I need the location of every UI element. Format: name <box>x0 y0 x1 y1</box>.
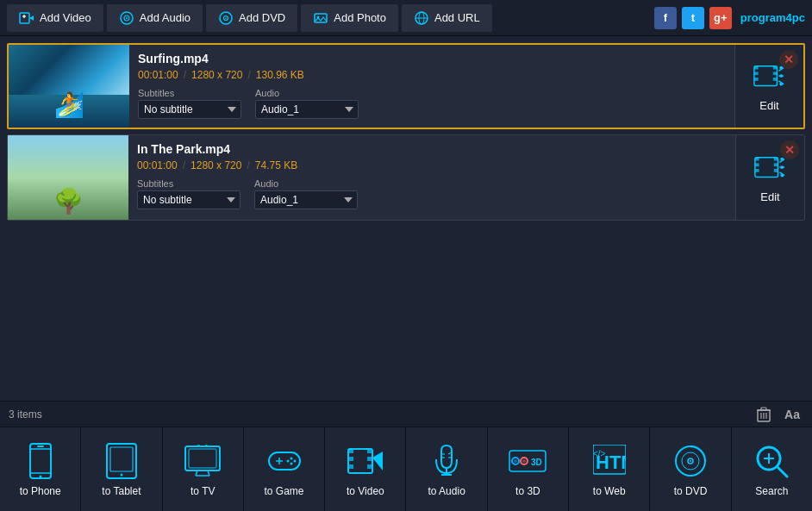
svg-rect-31 <box>754 169 759 172</box>
video-info-surf: Surfing.mp4 00:01:00 / 1280 x 720 / 130.… <box>129 45 734 128</box>
svg-rect-68 <box>348 449 353 453</box>
svg-point-93 <box>690 460 691 462</box>
dock-label-game: to Game <box>265 485 304 497</box>
dvd-icon <box>671 442 709 480</box>
add-audio-button[interactable]: Add Audio <box>107 4 203 32</box>
subtitle-select-surf[interactable]: No subtitle <box>138 100 241 119</box>
add-url-icon <box>414 10 429 26</box>
googleplus-icon[interactable]: g+ <box>709 7 732 29</box>
svg-point-65 <box>290 462 292 464</box>
video-info-park: In The Park.mp4 00:01:00 / 1280 x 720 / … <box>128 135 735 220</box>
add-video-icon <box>19 10 34 26</box>
dock-item-dvd[interactable]: to DVD <box>650 427 731 511</box>
film-icon-park <box>753 153 788 187</box>
add-dvd-button[interactable]: Add DVD <box>206 4 297 32</box>
svg-rect-20 <box>772 72 777 75</box>
video-icon <box>347 442 384 480</box>
subtitle-label-park: Subtitles <box>137 178 240 189</box>
dock-label-tablet: to Tablet <box>102 485 141 497</box>
dock-item-tv[interactable]: to TV <box>163 427 244 511</box>
font-size-button[interactable]: Aa <box>781 406 803 423</box>
facebook-icon[interactable]: f <box>654 7 677 29</box>
svg-rect-73 <box>367 464 372 469</box>
video-item-park: ✕ In The Park.mp4 00:01:00 / 1280 x 720 … <box>7 134 805 221</box>
svg-rect-29 <box>754 157 759 160</box>
main-content: ✕ Surfing.mp4 00:01:00 / 1280 x 720 / 13… <box>0 36 812 401</box>
add-photo-button[interactable]: Add Photo <box>301 4 398 32</box>
svg-point-40 <box>780 173 784 177</box>
subtitle-select-park[interactable]: No subtitle <box>137 190 240 209</box>
dock-item-video[interactable]: to Video <box>325 427 406 511</box>
svg-point-50 <box>39 475 41 477</box>
dock-item-audio[interactable]: to Audio <box>406 427 487 511</box>
svg-rect-53 <box>110 447 133 471</box>
svg-point-38 <box>780 157 784 160</box>
svg-text:</>: </> <box>593 449 606 458</box>
audio-select-park[interactable]: Audio_1 <box>254 190 358 209</box>
filename-surf: Surfing.mp4 <box>138 52 726 65</box>
svg-rect-32 <box>773 157 778 160</box>
subtitle-label-surf: Subtitles <box>138 88 241 98</box>
svg-rect-33 <box>773 163 778 166</box>
add-url-label: Add URL <box>434 11 480 24</box>
subtitle-group-park: Subtitles No subtitle <box>137 178 240 209</box>
dock-item-web[interactable]: HTML </> to Web <box>569 427 650 511</box>
audio-group-surf: Audio Audio_1 <box>255 88 359 119</box>
svg-rect-55 <box>185 446 220 470</box>
delete-button[interactable] <box>753 405 774 424</box>
svg-rect-52 <box>107 444 136 478</box>
svg-point-9 <box>225 17 227 19</box>
svg-point-26 <box>779 74 783 78</box>
svg-point-27 <box>779 82 783 85</box>
add-photo-icon <box>313 10 328 26</box>
svg-rect-16 <box>753 65 758 69</box>
dock-item-game[interactable]: to Game <box>244 427 325 511</box>
toolbar: Add Video Add Audio Add DVD <box>0 0 812 36</box>
controls-surf: Subtitles No subtitle Audio Audio_1 <box>138 88 726 119</box>
controls-park: Subtitles No subtitle Audio Audio_1 <box>137 178 727 209</box>
twitter-icon[interactable]: t <box>682 7 704 29</box>
dock-label-video: to Video <box>347 485 384 497</box>
tablet-icon <box>103 442 141 480</box>
size-park: 74.75 KB <box>255 159 297 171</box>
3d-icon: 3D <box>509 442 547 480</box>
web-icon: HTML </> <box>590 442 628 480</box>
add-dvd-icon <box>218 10 234 26</box>
svg-point-39 <box>780 165 784 169</box>
svg-point-83 <box>514 459 517 463</box>
svg-rect-51 <box>37 446 44 447</box>
status-bar: 3 items Aa <box>0 401 812 427</box>
dock-item-tablet[interactable]: to Tablet <box>81 427 162 511</box>
tv-icon <box>184 442 222 480</box>
audio-select-surf[interactable]: Audio_1 <box>255 100 359 119</box>
svg-rect-69 <box>348 457 353 461</box>
resolution-park: 1280 x 720 <box>191 159 241 171</box>
edit-label-park: Edit <box>760 190 779 203</box>
svg-point-6 <box>126 17 128 19</box>
close-button-park[interactable]: ✕ <box>780 140 799 159</box>
time-surf: 00:01:00 <box>138 69 178 81</box>
dock-label-dvd: to DVD <box>674 485 708 497</box>
time-park: 00:01:00 <box>137 159 178 171</box>
dock-item-3d[interactable]: 3D to 3D <box>488 427 569 511</box>
close-button-surf[interactable]: ✕ <box>779 50 798 69</box>
dock-item-search[interactable]: Search <box>732 427 812 511</box>
dock-item-phone[interactable]: to Phone <box>0 427 81 511</box>
toolbar-right: f t g+ program4pc <box>654 7 805 29</box>
subtitle-group-surf: Subtitles No subtitle <box>138 88 241 119</box>
thumbnail-park <box>8 135 128 220</box>
items-count: 3 items <box>9 408 42 421</box>
add-audio-icon <box>119 10 134 26</box>
svg-rect-72 <box>367 457 372 461</box>
add-url-button[interactable]: Add URL <box>402 4 492 32</box>
svg-rect-18 <box>753 78 758 81</box>
add-video-button[interactable]: Add Video <box>7 4 103 32</box>
dock-label-search: Search <box>755 485 788 497</box>
phone-icon <box>22 442 59 480</box>
dock-label-tv: to TV <box>191 485 215 497</box>
add-photo-label: Add Photo <box>334 11 386 24</box>
bottom-dock: to Phone to Tablet to TV <box>0 427 812 511</box>
add-video-label: Add Video <box>40 11 91 24</box>
dock-label-web: to Web <box>593 485 626 497</box>
dock-label-3d: to 3D <box>515 485 540 497</box>
